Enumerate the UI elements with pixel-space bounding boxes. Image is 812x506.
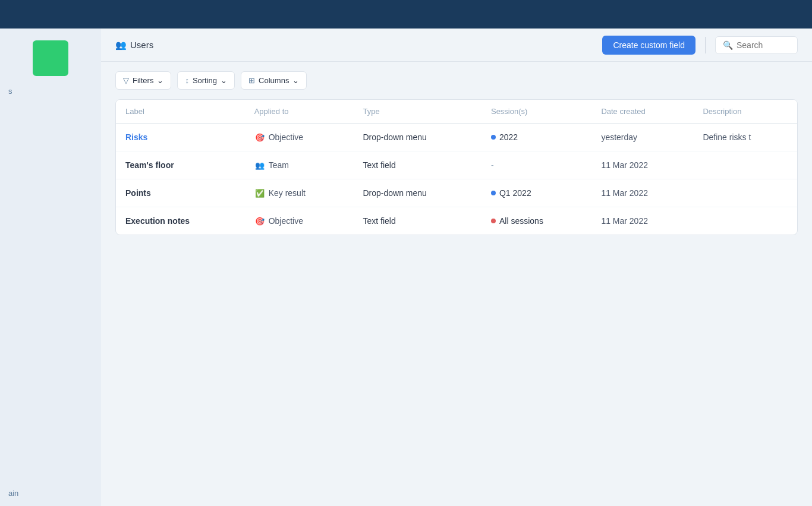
cell-desc-1 xyxy=(693,151,797,179)
sorting-button[interactable]: ↕ Sorting ⌄ xyxy=(177,71,235,90)
table-row: Team's floor👥TeamText field-11 Mar 2022 xyxy=(116,151,797,179)
top-bar xyxy=(0,0,812,29)
sorting-icon: ↕ xyxy=(185,76,189,85)
applied-label-2: Key result xyxy=(269,188,306,198)
search-box[interactable]: 🔍 xyxy=(715,36,798,54)
cell-label-2: Points xyxy=(116,179,245,207)
table-row: Risks🎯ObjectiveDrop-down menu2022yesterd… xyxy=(116,124,797,151)
applied-icon-1: 👥 xyxy=(254,160,265,170)
label-link-0[interactable]: Risks xyxy=(125,132,147,142)
cell-date-2: 11 Mar 2022 xyxy=(591,179,693,207)
content-header: 👥 Users Create custom field 🔍 xyxy=(101,29,812,62)
col-label: Label xyxy=(116,100,245,124)
content-area: 👥 Users Create custom field 🔍 ▽ Filters … xyxy=(101,29,812,506)
applied-icon-0: 🎯 xyxy=(254,132,265,143)
sorting-chevron-icon: ⌄ xyxy=(221,76,227,85)
toolbar: ▽ Filters ⌄ ↕ Sorting ⌄ ⊞ Columns ⌄ xyxy=(101,62,812,99)
sidebar-bottom-label: ain xyxy=(0,480,101,506)
filters-label: Filters xyxy=(133,76,153,85)
cell-date-3: 11 Mar 2022 xyxy=(591,207,693,235)
table-row: Points✅Key resultDrop-down menuQ1 202211… xyxy=(116,179,797,207)
cell-label-3: Execution notes xyxy=(116,207,245,235)
session-dot-3 xyxy=(491,219,496,223)
users-section-label: 👥 Users xyxy=(115,40,153,50)
cell-applied-1: 👥Team xyxy=(245,151,354,179)
cell-session-2: Q1 2022 xyxy=(481,179,591,207)
cell-desc-0: Define risks t xyxy=(693,124,797,151)
columns-icon: ⊞ xyxy=(248,76,255,85)
search-input[interactable] xyxy=(737,40,790,50)
filters-button[interactable]: ▽ Filters ⌄ xyxy=(115,71,171,90)
filters-chevron-icon: ⌄ xyxy=(157,76,163,85)
applied-label-1: Team xyxy=(269,160,289,170)
applied-icon-2: ✅ xyxy=(254,188,265,198)
cell-label-1: Team's floor xyxy=(116,151,245,179)
col-applied-to: Applied to xyxy=(245,100,354,124)
cell-type-1: Text field xyxy=(353,151,481,179)
cell-applied-3: 🎯Objective xyxy=(245,207,354,235)
columns-chevron-icon: ⌄ xyxy=(292,76,299,85)
session-label-3: All sessions xyxy=(499,216,543,226)
users-icon: 👥 xyxy=(115,40,127,50)
custom-fields-table-container: Label Applied to Type Session(s) Date cr… xyxy=(115,99,798,235)
cell-applied-0: 🎯Objective xyxy=(245,124,354,151)
cell-type-0: Drop-down menu xyxy=(353,124,481,151)
col-date-created: Date created xyxy=(591,100,693,124)
sidebar: s ain xyxy=(0,29,101,506)
cell-date-0: yesterday xyxy=(591,124,693,151)
cell-type-2: Drop-down menu xyxy=(353,179,481,207)
users-label: Users xyxy=(130,40,153,50)
header-divider xyxy=(705,37,706,53)
sorting-label: Sorting xyxy=(193,76,217,85)
session-dot-0 xyxy=(491,135,496,140)
custom-fields-table: Label Applied to Type Session(s) Date cr… xyxy=(116,100,797,235)
sidebar-item-s: s xyxy=(0,82,101,100)
search-icon: 🔍 xyxy=(723,40,733,50)
cell-applied-2: ✅Key result xyxy=(245,179,354,207)
session-dot-2 xyxy=(491,191,496,195)
applied-icon-3: 🎯 xyxy=(254,216,265,226)
session-label-2: Q1 2022 xyxy=(499,188,531,198)
cell-type-3: Text field xyxy=(353,207,481,235)
main-layout: s ain 👥 Users Create custom field 🔍 ▽ Fi… xyxy=(0,29,812,506)
col-type: Type xyxy=(353,100,481,124)
col-description: Description xyxy=(693,100,797,124)
applied-label-3: Objective xyxy=(269,216,303,226)
cell-label-0: Risks xyxy=(116,124,245,151)
session-label-0: 2022 xyxy=(499,132,518,142)
applied-label-0: Objective xyxy=(269,132,303,142)
cell-session-0: 2022 xyxy=(481,124,591,151)
col-sessions: Session(s) xyxy=(481,100,591,124)
cell-session-3: All sessions xyxy=(481,207,591,235)
cell-session-1: - xyxy=(481,151,591,179)
table-row: Execution notes🎯ObjectiveText fieldAll s… xyxy=(116,207,797,235)
cell-desc-3 xyxy=(693,207,797,235)
create-custom-field-button[interactable]: Create custom field xyxy=(602,36,695,55)
session-dash-1: - xyxy=(491,160,494,170)
sidebar-green-block xyxy=(33,40,68,76)
table-header-row: Label Applied to Type Session(s) Date cr… xyxy=(116,100,797,124)
columns-label: Columns xyxy=(259,76,289,85)
columns-button[interactable]: ⊞ Columns ⌄ xyxy=(241,71,307,90)
cell-desc-2 xyxy=(693,179,797,207)
cell-date-1: 11 Mar 2022 xyxy=(591,151,693,179)
filter-icon: ▽ xyxy=(123,76,129,85)
